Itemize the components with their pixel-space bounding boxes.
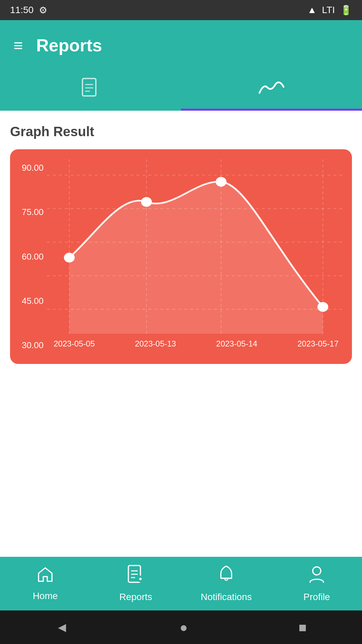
nav-reports-label: Reports xyxy=(119,592,152,602)
nav-reports[interactable]: Reports xyxy=(90,565,181,602)
android-nav: ◄ ● ■ xyxy=(0,610,362,644)
y-label-45: 45.00 xyxy=(13,296,47,306)
bottom-nav: Home Reports Notifications xyxy=(0,557,362,610)
graph-icon xyxy=(258,80,285,101)
status-bar: 11:50 ⚙ ▲ LTI 🔋 xyxy=(0,0,362,20)
back-button[interactable]: ◄ xyxy=(55,620,69,635)
signal-label: LTI xyxy=(322,5,335,15)
svg-point-21 xyxy=(313,567,321,575)
x-axis-labels: 2023-05-05 2023-05-13 2023-05-14 2023-05… xyxy=(47,334,345,354)
status-left: 11:50 ⚙ xyxy=(10,5,47,16)
list-icon xyxy=(80,77,101,104)
battery-icon: 🔋 xyxy=(340,5,352,16)
recent-button[interactable]: ■ xyxy=(298,620,306,635)
graph-result-title: Graph Result xyxy=(10,124,352,139)
chart-inner: 90.00 75.00 60.00 45.00 30.00 xyxy=(13,159,345,354)
home-icon xyxy=(37,566,54,587)
tab-graph[interactable] xyxy=(181,70,362,111)
nav-notifications-label: Notifications xyxy=(201,592,252,602)
nav-notifications[interactable]: Notifications xyxy=(181,565,272,602)
y-label-30: 30.00 xyxy=(13,340,47,351)
x-label-4: 2023-05-17 xyxy=(297,339,339,348)
tab-bar xyxy=(0,70,362,111)
chart-container: 90.00 75.00 60.00 45.00 30.00 xyxy=(10,149,352,364)
data-point-2 xyxy=(141,197,152,207)
menu-icon[interactable]: ≡ xyxy=(13,36,23,55)
data-point-4 xyxy=(318,302,328,312)
svg-rect-0 xyxy=(82,78,96,96)
time: 11:50 xyxy=(10,5,34,15)
app-bar: ≡ Reports xyxy=(0,20,362,70)
profile-icon xyxy=(308,565,325,588)
y-label-90: 90.00 xyxy=(13,163,47,173)
y-label-60: 60.00 xyxy=(13,252,47,262)
nav-home[interactable]: Home xyxy=(0,566,90,601)
settings-icon: ⚙ xyxy=(39,5,47,16)
x-label-1: 2023-05-05 xyxy=(54,339,95,348)
wifi-icon: ▲ xyxy=(307,5,317,15)
data-point-3 xyxy=(216,177,226,186)
data-point-1 xyxy=(64,253,74,262)
bell-icon xyxy=(218,565,235,588)
nav-profile[interactable]: Profile xyxy=(272,565,362,602)
content-area: Graph Result 90.00 75.00 60.00 45.00 30.… xyxy=(0,111,362,377)
chart-plot xyxy=(47,159,345,334)
x-label-2: 2023-05-13 xyxy=(135,339,176,348)
nav-profile-label: Profile xyxy=(303,592,330,602)
y-axis-labels: 90.00 75.00 60.00 45.00 30.00 xyxy=(13,159,47,354)
reports-icon xyxy=(127,565,144,588)
tab-list[interactable] xyxy=(0,70,181,111)
x-label-3: 2023-05-14 xyxy=(216,339,257,348)
status-right: ▲ LTI 🔋 xyxy=(307,5,352,16)
nav-home-label: Home xyxy=(33,591,58,601)
y-label-75: 75.00 xyxy=(13,207,47,217)
home-button[interactable]: ● xyxy=(180,620,188,635)
page-title: Reports xyxy=(36,35,102,55)
